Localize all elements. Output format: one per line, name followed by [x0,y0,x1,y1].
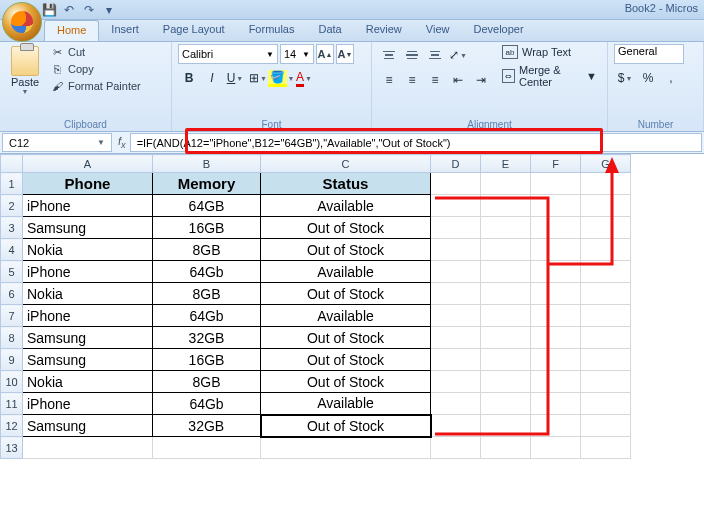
cell-a9[interactable]: Samsung [23,349,153,371]
cell-b11[interactable]: 64Gb [153,393,261,415]
col-header-c[interactable]: C [261,155,431,173]
font-size-select[interactable]: 14▼ [280,44,314,64]
cell-f4[interactable] [531,239,581,261]
cell-e11[interactable] [481,393,531,415]
undo-icon[interactable]: ↶ [60,2,78,18]
merge-center-button[interactable]: ⇔Merge & Center▼ [498,63,601,89]
col-header-d[interactable]: D [431,155,481,173]
col-header-e[interactable]: E [481,155,531,173]
wrap-text-button[interactable]: abWrap Text [498,44,601,60]
fill-color-button[interactable]: 🪣▼ [270,67,292,89]
cell-g4[interactable] [581,239,631,261]
cell-e9[interactable] [481,349,531,371]
cell-g8[interactable] [581,327,631,349]
cell-e5[interactable] [481,261,531,283]
cell-g6[interactable] [581,283,631,305]
cell-d7[interactable] [431,305,481,327]
cell-g11[interactable] [581,393,631,415]
cell-d2[interactable] [431,195,481,217]
cell-g3[interactable] [581,217,631,239]
cell-g13[interactable] [581,437,631,459]
cell-c13[interactable] [261,437,431,459]
col-header-g[interactable]: G [581,155,631,173]
row-header-11[interactable]: 11 [1,393,23,415]
cell-f5[interactable] [531,261,581,283]
cell-d6[interactable] [431,283,481,305]
row-header-3[interactable]: 3 [1,217,23,239]
row-header-10[interactable]: 10 [1,371,23,393]
cell-f6[interactable] [531,283,581,305]
align-right-button[interactable]: ≡ [424,69,446,91]
number-format-select[interactable]: General [614,44,684,64]
cell-a4[interactable]: Nokia [23,239,153,261]
qat-customize-icon[interactable]: ▾ [100,2,118,18]
cell-c3[interactable]: Out of Stock [261,217,431,239]
cell-f12[interactable] [531,415,581,437]
cell-g2[interactable] [581,195,631,217]
cell-d5[interactable] [431,261,481,283]
tab-data[interactable]: Data [306,20,353,41]
row-header-5[interactable]: 5 [1,261,23,283]
cell-c1[interactable]: Status [261,173,431,195]
cell-d3[interactable] [431,217,481,239]
cell-g12[interactable] [581,415,631,437]
cell-f9[interactable] [531,349,581,371]
cell-e13[interactable] [481,437,531,459]
cell-b13[interactable] [153,437,261,459]
tab-insert[interactable]: Insert [99,20,151,41]
cell-c10[interactable]: Out of Stock [261,371,431,393]
cell-b6[interactable]: 8GB [153,283,261,305]
save-icon[interactable]: 💾 [40,2,58,18]
cell-d10[interactable] [431,371,481,393]
row-header-7[interactable]: 7 [1,305,23,327]
increase-font-button[interactable]: A▲ [316,44,334,64]
font-name-select[interactable]: Calibri▼ [178,44,278,64]
increase-indent-button[interactable]: ⇥ [470,69,492,91]
cell-a10[interactable]: Nokia [23,371,153,393]
tab-formulas[interactable]: Formulas [237,20,307,41]
cut-button[interactable]: ✂Cut [48,44,143,60]
select-all-corner[interactable] [1,155,23,173]
cell-a3[interactable]: Samsung [23,217,153,239]
cell-g7[interactable] [581,305,631,327]
italic-button[interactable]: I [201,67,223,89]
row-header-4[interactable]: 4 [1,239,23,261]
tab-page-layout[interactable]: Page Layout [151,20,237,41]
tab-view[interactable]: View [414,20,462,41]
row-header-13[interactable]: 13 [1,437,23,459]
cell-f1[interactable] [531,173,581,195]
cell-f8[interactable] [531,327,581,349]
cell-c4[interactable]: Out of Stock [261,239,431,261]
fx-icon[interactable]: fx [118,135,126,150]
cell-a12[interactable]: Samsung [23,415,153,437]
cell-a6[interactable]: Nokia [23,283,153,305]
col-header-f[interactable]: F [531,155,581,173]
format-painter-button[interactable]: 🖌Format Painter [48,78,143,94]
cell-a13[interactable] [23,437,153,459]
cell-f7[interactable] [531,305,581,327]
cell-a7[interactable]: iPhone [23,305,153,327]
cell-c11[interactable]: Available [261,393,431,415]
cell-g5[interactable] [581,261,631,283]
font-color-button[interactable]: A▼ [293,67,315,89]
cell-d13[interactable] [431,437,481,459]
worksheet[interactable]: A B C D E F G 1 Phone Memory Status 2iPh… [0,154,704,459]
row-header-12[interactable]: 12 [1,415,23,437]
cell-e12[interactable] [481,415,531,437]
cell-c6[interactable]: Out of Stock [261,283,431,305]
row-header-8[interactable]: 8 [1,327,23,349]
cell-b4[interactable]: 8GB [153,239,261,261]
cell-b1[interactable]: Memory [153,173,261,195]
comma-button[interactable]: , [660,67,682,89]
bold-button[interactable]: B [178,67,200,89]
orientation-button[interactable]: ⤢▼ [447,44,469,66]
row-header-1[interactable]: 1 [1,173,23,195]
cell-e7[interactable] [481,305,531,327]
cell-b5[interactable]: 64Gb [153,261,261,283]
tab-developer[interactable]: Developer [461,20,535,41]
cell-g1[interactable] [581,173,631,195]
cell-a11[interactable]: iPhone [23,393,153,415]
cell-a5[interactable]: iPhone [23,261,153,283]
name-box[interactable]: C12▼ [2,133,112,152]
col-header-b[interactable]: B [153,155,261,173]
